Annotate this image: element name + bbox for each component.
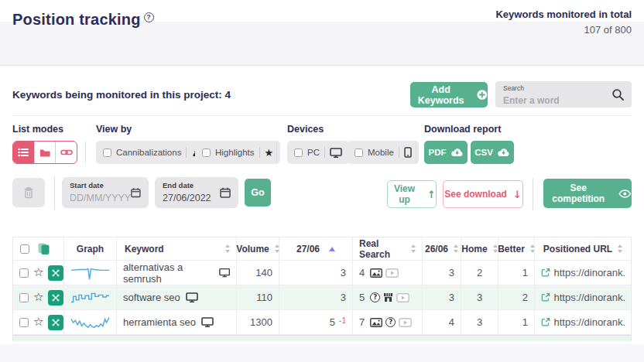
sort-icon [530,244,535,253]
positioned-url-link[interactable]: https://dinorank.... [554,316,625,328]
add-keywords-button[interactable]: Add Keywords [410,82,488,108]
better-cell: 1 [498,261,535,285]
calendar-icon[interactable] [220,187,231,198]
home-cell: 2 [461,261,498,285]
start-date-input[interactable]: Start date DD/MM/YYYY [62,177,149,208]
sort-icon [454,244,458,253]
table-row: ☆ alternativas a semrush [13,261,631,285]
question-icon: ? [370,292,380,302]
list-modes-segmented-control [12,141,77,164]
video-icon [399,318,412,327]
start-date-label: Start date [70,181,131,190]
filter-divider [85,142,86,163]
search-icon[interactable] [611,88,625,101]
list-mode-folder-button[interactable] [35,142,57,163]
search-label: Search [503,84,605,92]
header-volume[interactable]: Volume [237,237,279,261]
search-input[interactable]: Search Enter a word [495,81,632,108]
row-checkbox[interactable] [19,293,29,302]
keywords-total-summary: Keywords monitored in total 107 of 800 [495,9,632,36]
keywords-total-label: Keywords monitored in total [495,9,632,20]
copy-icon[interactable] [37,242,50,255]
pc-device-chip[interactable]: PC [287,141,349,164]
mobile-checkbox[interactable] [355,149,363,157]
header-graph[interactable]: Graph [64,237,117,261]
row-select-cell: ☆ [13,261,64,285]
volume-cell: 110 [237,285,279,310]
header-better[interactable]: Better [498,237,535,261]
header-real-search[interactable]: Real Search [353,237,423,261]
header-date-prev[interactable]: 26/06 [423,237,461,261]
sort-ascending-icon [329,247,335,251]
real-search-cell: 4 [353,261,423,285]
better-cell: 2 [498,285,535,310]
download-csv-button[interactable]: CSV [471,141,514,164]
table-row: ☆ herramienta seo [13,310,631,335]
search-placeholder: Enter a word [503,95,560,106]
favorite-star-icon[interactable]: ☆ [33,267,43,278]
calendar-icon[interactable] [131,187,141,198]
position-sparkline [70,289,110,307]
favorite-star-icon[interactable]: ☆ [33,316,43,328]
positioned-url-cell: https://dinorank.... [535,261,631,285]
arrow-down-icon: ↓ [513,190,522,200]
sort-icon [493,244,498,253]
row-checkbox[interactable] [19,268,29,278]
list-mode-list-button[interactable] [13,142,35,163]
delete-selected-button[interactable] [12,178,45,207]
row-checkbox[interactable] [19,318,29,327]
see-download-button[interactable]: See download ↓ [443,180,523,208]
go-button[interactable]: Go [245,179,271,207]
see-competition-button[interactable]: See competition [543,179,632,208]
positioned-url-link[interactable]: https://dinorank.... [554,292,625,303]
mobile-device-chip[interactable]: Mobile [348,141,419,164]
header-keyword[interactable]: Keyword [117,237,237,261]
positioned-url-cell: https://dinorank.... [535,310,631,335]
filter-divider [276,142,277,163]
action-divider [533,178,533,210]
question-icon: ? [385,317,396,327]
header-volume-label: Volume [236,244,269,254]
video-icon [396,293,409,302]
video-icon [385,268,399,278]
header-home[interactable]: Home [461,237,498,261]
sparkline-cell [64,310,117,335]
cannibalizations-chip[interactable]: Cannibalizations ♟ [96,141,207,164]
monitor-icon [186,292,198,302]
positioned-url-cell: https://dinorank.... [535,285,631,310]
csv-label: CSV [474,148,493,157]
help-icon[interactable]: ? [144,12,154,22]
end-date-text: End date 27/06/2022 [163,181,211,204]
select-all-checkbox[interactable] [20,244,29,254]
header-date-prev-label: 26/06 [425,244,448,254]
position-current-value: 3 [341,292,346,303]
favorite-star-icon[interactable]: ☆ [33,292,43,303]
view-up-label: View up [388,183,421,205]
keywords-total-value: 107 of 800 [584,24,632,36]
cloud-download-icon [450,148,464,157]
compare-arrows-icon[interactable] [48,265,63,281]
external-link-icon [541,268,550,278]
highlights-chip[interactable]: Highlights ★ [195,141,280,164]
compare-arrows-icon[interactable] [48,290,63,306]
position-prev-cell: 3 [423,285,461,310]
list-mode-link-button[interactable] [56,142,77,163]
shop-icon [383,292,393,302]
filter-divider [416,142,416,163]
compare-arrows-icon[interactable] [48,315,63,330]
positioned-url-link[interactable]: https://dinorank.... [554,267,625,278]
download-pdf-button[interactable]: PDF [424,141,468,164]
header-date-current[interactable]: 27/06 [279,237,353,261]
cannibalizations-checkbox[interactable] [103,149,111,157]
position-current-cell: 3 [279,285,353,310]
highlights-checkbox[interactable] [202,149,211,157]
header-positioned-url-label: Positioned URL [543,244,612,254]
position-current-value: 5 [330,316,335,328]
header-positioned-url[interactable]: Positioned URL [535,237,631,261]
see-competition-label: See competition [543,183,613,204]
end-date-input[interactable]: End date 27/06/2022 [155,177,238,208]
view-up-button[interactable]: View up ↑ [387,180,437,208]
pc-checkbox[interactable] [294,149,303,157]
section-divider [12,115,632,116]
add-keywords-label: Add Keywords [410,84,471,106]
